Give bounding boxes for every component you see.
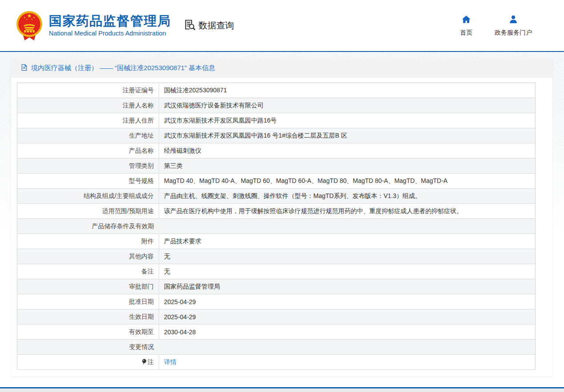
field-value-text: 产品技术要求: [164, 238, 201, 245]
field-label: 注册人名称: [17, 98, 159, 113]
header-nav: 首页 政务服务门户: [460, 15, 532, 37]
brand: 国家药品监督管理局 National Medical Products Admi…: [16, 10, 171, 42]
field-value: 武汉市东湖新技术开发区凤凰园中路16号: [159, 113, 536, 128]
field-value: 第三类: [159, 158, 536, 174]
breadcrumb: 境内医疗器械（注册） —— “国械注准20253090871” 基本信息: [11, 58, 552, 78]
field-label-text: 附件: [141, 238, 154, 245]
field-label: 产品储存条件及有效期: [17, 219, 159, 234]
field-label-text: 型号规格: [129, 177, 154, 184]
field-label-text: 管理类别: [129, 162, 154, 169]
field-value-text: 武汉市东湖新技术开发区凤凰园中路16 号1#综合楼二层及五层B 区: [164, 132, 347, 139]
table-row: 批准日期 2025-04-29: [17, 294, 536, 309]
field-value-text: 武汉依瑞德医疗设备新技术有限公司: [164, 102, 264, 109]
table-row: 备注 无: [17, 264, 536, 279]
page-background: 境内医疗器械（注册） —— “国械注准20253090871” 基本信息 注册证…: [0, 52, 564, 389]
table-row: 生产地址 武汉市东湖新技术开发区凤凰园中路16 号1#综合楼二层及五层B 区: [17, 128, 536, 143]
field-label-text: 其他内容: [129, 253, 154, 260]
home-icon: [461, 15, 471, 26]
national-emblem-logo: [16, 10, 43, 42]
field-label-text: 适用范围/预期用途: [102, 207, 154, 214]
page-footer: [0, 387, 564, 392]
field-label-text: 生产地址: [129, 132, 154, 139]
brand-text: 国家药品监督管理局 National Medical Products Admi…: [49, 14, 171, 37]
document-search-icon: [184, 19, 196, 33]
user-icon: [508, 15, 518, 26]
breadcrumb-text: 境内医疗器械（注册） —— “国械注准20253090871” 基本信息: [31, 64, 215, 72]
nav-gov-portal[interactable]: 政务服务门户: [495, 15, 532, 37]
nav-home[interactable]: 首页: [460, 15, 472, 37]
field-label: 型号规格: [17, 174, 159, 189]
field-value: 武汉市东湖新技术开发区凤凰园中路16 号1#综合楼二层及五层B 区: [159, 128, 536, 143]
field-value: 产品由主机、线圈支架、刺激线圈、操作软件（型号：MagTD系列、发布版本：V1.…: [159, 189, 536, 204]
field-label-text: 产品储存条件及有效期: [92, 222, 154, 230]
field-value-text: 产品由主机、线圈支架、刺激线圈、操作软件（型号：MagTD系列、发布版本：V1.…: [164, 192, 421, 199]
field-value: 详情: [159, 355, 536, 370]
field-label-text: 注册人住所: [123, 117, 154, 124]
table-row: 有效期至 2030-04-28: [17, 325, 536, 340]
field-label: 注: [17, 355, 159, 370]
table-row: 产品储存条件及有效期: [17, 219, 536, 234]
field-label: 备注: [17, 264, 159, 279]
field-label-text: 批准日期: [129, 298, 154, 305]
table-row: 注册人名称 武汉依瑞德医疗设备新技术有限公司: [17, 98, 536, 113]
site-header: 国家药品监督管理局 National Medical Products Admi…: [0, 0, 564, 52]
field-label-text: 结构及组成/主要组成成分: [84, 192, 154, 199]
field-label: 批准日期: [17, 294, 159, 309]
field-value: 2025-04-29: [159, 294, 536, 309]
table-row: 结构及组成/主要组成成分 产品由主机、线圈支架、刺激线圈、操作软件（型号：Mag…: [17, 189, 536, 204]
nav-home-label: 首页: [460, 29, 472, 37]
field-label: 注册人住所: [17, 113, 159, 128]
field-value-text: MagTD 40、MagTD 40-A、MagTD 60、MagTD 60-A、…: [164, 177, 448, 184]
field-label: 变更情况: [17, 340, 159, 355]
field-label: 产品名称: [17, 143, 159, 158]
field-value: 经颅磁刺激仪: [159, 143, 536, 158]
document-icon: [21, 64, 28, 72]
field-label: 管理类别: [17, 158, 159, 174]
field-label-text: 产品名称: [129, 147, 154, 154]
field-value: [159, 219, 536, 234]
field-value: 无: [159, 264, 536, 279]
field-value: 2030-04-28: [159, 325, 536, 340]
field-value-text: 2030-04-28: [164, 329, 196, 336]
note-balloon-icon: [142, 359, 147, 366]
field-label: 生产地址: [17, 128, 159, 143]
field-value: 该产品在医疗机构中使用，用于缓解按照临床诊疗规范进行规范用药的中、重度抑郁症成人…: [159, 204, 536, 219]
table-row: 审批部门 国家药品监督管理局: [17, 279, 536, 294]
content-card: 境内医疗器械（注册） —— “国械注准20253090871” 基本信息 注册证…: [11, 58, 552, 376]
field-label-text: 注册人名称: [123, 102, 154, 109]
field-value-text: 2025-04-29: [164, 313, 196, 321]
field-value-text: 无: [164, 253, 170, 260]
data-query-section: 数据查询: [184, 19, 234, 33]
site-title: 国家药品监督管理局: [49, 14, 171, 28]
field-value-text: 国家药品监督管理局: [164, 283, 220, 290]
field-value: MagTD 40、MagTD 40-A、MagTD 60、MagTD 60-A、…: [159, 174, 536, 189]
field-label-text: 备注: [141, 268, 154, 275]
field-label: 附件: [17, 234, 159, 249]
detail-link[interactable]: 详情: [164, 358, 176, 365]
field-label: 结构及组成/主要组成成分: [17, 189, 159, 204]
table-row: 附件 产品技术要求: [17, 234, 536, 249]
table-row: 注册人住所 武汉市东湖新技术开发区凤凰园中路16号: [17, 113, 536, 128]
table-row: 注 详情: [17, 355, 536, 370]
field-label-text: 注册证编号: [123, 87, 154, 94]
field-label: 其他内容: [17, 249, 159, 264]
field-value-text: 国械注准20253090871: [164, 87, 227, 94]
site-subtitle: National Medical Products Administration: [49, 30, 171, 37]
field-label: 有效期至: [17, 325, 159, 340]
field-value-text: 2025-04-29: [164, 298, 196, 305]
field-value-text: 第三类: [164, 162, 183, 169]
field-value: 2025-04-29: [159, 309, 536, 325]
table-row: 型号规格 MagTD 40、MagTD 40-A、MagTD 60、MagTD …: [17, 174, 536, 189]
data-query-label: 数据查询: [199, 20, 234, 32]
field-label-text: 生效日期: [129, 313, 154, 320]
field-label-text: 变更情况: [129, 343, 154, 350]
table-row: 注册证编号 国械注准20253090871: [17, 83, 536, 98]
nav-gov-portal-label: 政务服务门户: [495, 29, 532, 37]
field-label-text: 审批部门: [129, 283, 154, 290]
field-value: 武汉依瑞德医疗设备新技术有限公司: [159, 98, 536, 113]
field-label: 适用范围/预期用途: [17, 204, 159, 219]
table-row: 其他内容 无: [17, 249, 536, 264]
field-value-text: 武汉市东湖新技术开发区凤凰园中路16号: [164, 117, 277, 124]
field-value: 国家药品监督管理局: [159, 279, 536, 294]
field-value-text: 该产品在医疗机构中使用，用于缓解按照临床诊疗规范进行规范用药的中、重度抑郁症成人…: [164, 207, 463, 214]
